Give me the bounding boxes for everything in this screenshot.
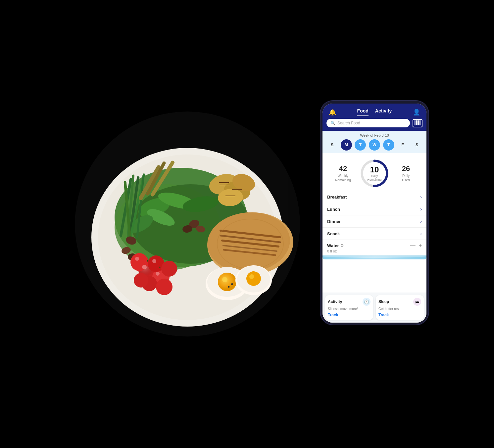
tab-activity[interactable]: Activity (375, 108, 392, 116)
svg-point-61 (218, 273, 236, 291)
day-sunday[interactable]: S (326, 139, 338, 151)
water-amount: 0 fl oz (327, 249, 422, 253)
svg-point-42 (156, 279, 173, 295)
daily-remaining-label: DailyRemaining (367, 174, 381, 182)
donut-center: 10 DailyRemaining (367, 165, 381, 182)
bell-icon[interactable]: 🔔 (328, 108, 337, 117)
nav-tabs: Food Activity (337, 108, 412, 116)
activity-card[interactable]: Activity 🕐 Sit less, move more! Track (325, 295, 373, 320)
svg-point-39 (161, 261, 177, 277)
svg-point-47 (135, 257, 139, 261)
nav-top: 🔔 Food Activity 👤 (328, 108, 421, 117)
meal-snack-label: Snack (327, 231, 340, 236)
weekly-remaining-value: 42 (326, 164, 360, 173)
day-wednesday[interactable]: W (369, 139, 380, 151)
barcode-icon[interactable] (413, 119, 422, 127)
sleep-icon-glyph: 🛏 (415, 299, 420, 304)
sleep-card-title: Sleep (378, 299, 389, 304)
svg-point-65 (246, 271, 261, 286)
water-label: Water (327, 243, 339, 248)
activity-card-desc: Sit less, move more! (328, 307, 370, 311)
sleep-card-icon: 🛏 (413, 298, 421, 306)
svg-point-68 (228, 286, 230, 288)
phone-mockup: 🔔 Food Activity 👤 🔍 Search Food (320, 100, 429, 325)
plate-svg: ✦ ✦ (75, 112, 300, 336)
day-tuesday[interactable]: T (355, 139, 366, 151)
svg-rect-72 (417, 120, 418, 125)
meal-dinner-label: Dinner (327, 219, 341, 224)
search-icon: 🔍 (330, 121, 335, 125)
svg-rect-70 (416, 120, 416, 125)
sleep-card-desc: Get better rest! (378, 307, 421, 311)
meal-snack[interactable]: Snack › (322, 228, 426, 240)
bottom-cards: Activity 🕐 Sit less, move more! Track Sl… (322, 292, 426, 323)
water-header: Water ⚙ — + (327, 243, 422, 248)
svg-rect-69 (415, 120, 415, 125)
water-settings-icon[interactable]: ⚙ (340, 244, 344, 248)
activity-icon-glyph: 🕐 (364, 299, 369, 304)
day-friday[interactable]: F (397, 139, 408, 151)
svg-point-67 (231, 283, 233, 285)
svg-rect-74 (419, 120, 420, 125)
search-bar: 🔍 Search Food (322, 117, 426, 131)
meal-breakfast-label: Breakfast (327, 195, 347, 200)
sleep-card-header: Sleep 🛏 (378, 298, 421, 306)
svg-text:✦: ✦ (146, 259, 149, 263)
food-plate: ✦ ✦ (75, 112, 300, 336)
svg-point-43 (134, 273, 148, 288)
meal-lunch-label: Lunch (327, 207, 340, 212)
activity-card-header: Activity 🕐 (328, 298, 370, 306)
stats-section: 42 WeeklyRemaining 10 DailyRemaining 26 (322, 153, 426, 191)
meal-breakfast[interactable]: Breakfast › (322, 191, 426, 203)
meal-lunch[interactable]: Lunch › (322, 203, 426, 215)
day-saturday[interactable]: S (411, 139, 422, 151)
chevron-breakfast: › (420, 194, 422, 200)
water-title: Water ⚙ (327, 243, 344, 248)
water-add-button[interactable]: + (419, 243, 422, 248)
phone-screen: 🔔 Food Activity 👤 🔍 Search Food (322, 104, 426, 323)
activity-track-button[interactable]: Track (328, 313, 370, 317)
water-wave-decoration (322, 255, 426, 259)
daily-used-stat: 26 DailyUsed (389, 164, 422, 182)
daily-used-value: 26 (389, 164, 422, 173)
svg-point-66 (249, 274, 254, 279)
svg-rect-71 (416, 120, 417, 125)
meal-dinner[interactable]: Dinner › (322, 215, 426, 228)
water-minus-button[interactable]: — (410, 243, 416, 248)
weekly-remaining-label: WeeklyRemaining (326, 174, 360, 182)
svg-text:✦: ✦ (159, 266, 161, 269)
chevron-dinner: › (420, 219, 422, 224)
chevron-lunch: › (420, 206, 422, 212)
weekly-remaining-stat: 42 WeeklyRemaining (326, 164, 360, 182)
activity-card-icon: 🕐 (363, 298, 370, 306)
svg-point-45 (156, 272, 160, 276)
week-label: Week of Feb 3-10 (326, 133, 422, 137)
water-controls: — + (410, 243, 422, 248)
tab-food[interactable]: Food (357, 108, 369, 116)
nav-bar: 🔔 Food Activity 👤 (322, 104, 426, 117)
profile-icon[interactable]: 👤 (412, 108, 421, 117)
donut-chart: 10 DailyRemaining (360, 158, 389, 188)
meal-list: Breakfast › Lunch › Dinner › Snack › (322, 191, 426, 292)
water-section: Water ⚙ — + 0 fl oz (322, 240, 426, 255)
chevron-snack: › (420, 231, 422, 236)
scene: ✦ ✦ (65, 42, 429, 406)
svg-point-62 (222, 277, 227, 282)
day-thursday[interactable]: T (383, 139, 394, 151)
sleep-card[interactable]: Sleep 🛏 Get better rest! Track (376, 295, 424, 320)
search-placeholder-text: Search Food (337, 121, 360, 125)
svg-rect-73 (418, 120, 419, 125)
week-section: Week of Feb 3-10 S M T W T F S (322, 131, 426, 153)
activity-card-title: Activity (328, 299, 342, 304)
svg-point-44 (142, 265, 147, 269)
svg-point-46 (152, 259, 156, 263)
day-monday[interactable]: M (341, 139, 352, 151)
week-days: S M T W T F S (326, 139, 422, 151)
daily-remaining-value: 10 (367, 165, 381, 174)
daily-used-label: DailyUsed (389, 174, 422, 182)
sleep-track-button[interactable]: Track (378, 313, 421, 317)
search-input-container[interactable]: 🔍 Search Food (326, 119, 410, 127)
svg-rect-75 (420, 120, 420, 125)
